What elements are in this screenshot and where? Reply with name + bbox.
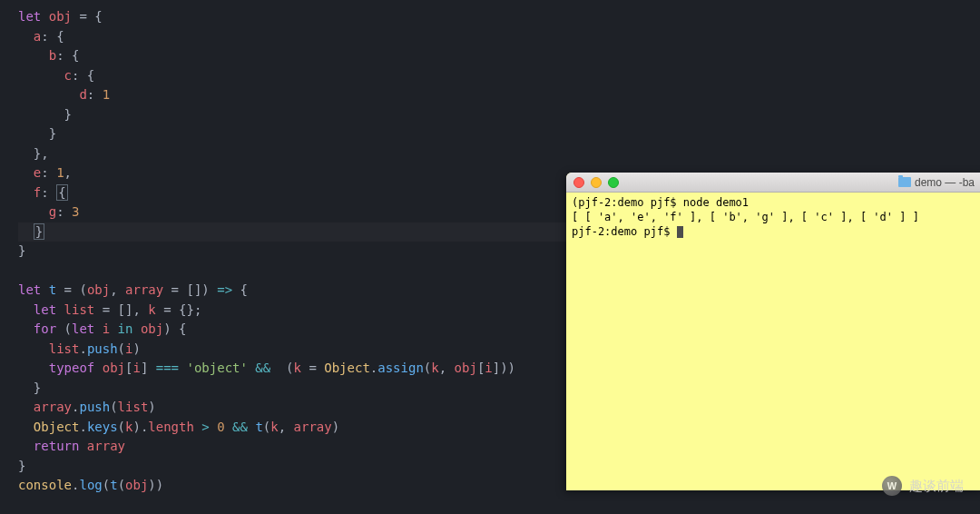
code-token: keys	[87, 420, 118, 434]
code-token: : {	[56, 48, 79, 63]
terminal-titlebar[interactable]: demo — -ba	[566, 173, 980, 193]
wechat-icon: W	[882, 476, 902, 496]
terminal-title: demo — -ba	[898, 176, 975, 189]
terminal-window[interactable]: demo — -ba (pjf-2:demo pjf$ node demo1[ …	[566, 173, 980, 490]
code-token: i	[103, 321, 110, 336]
close-icon[interactable]	[573, 177, 584, 188]
code-token: :	[41, 185, 56, 200]
code-token: ,	[64, 165, 72, 180]
code-token: length	[148, 420, 194, 434]
code-token: }	[34, 223, 44, 240]
code-token	[110, 321, 117, 336]
code-token: ,	[439, 361, 455, 375]
code-token: ]))	[493, 361, 515, 375]
code-token: c	[18, 68, 72, 83]
watermark: W 趣谈前端	[882, 476, 964, 496]
code-token: in	[118, 321, 133, 336]
code-token: obj	[49, 9, 72, 24]
code-token: assign	[377, 361, 424, 375]
code-token: push	[79, 400, 110, 414]
minimize-icon[interactable]	[591, 177, 602, 188]
code-token: list	[118, 400, 149, 414]
code-token: 'object'	[186, 361, 247, 375]
code-token: :	[87, 87, 103, 102]
code-token: ))	[148, 478, 163, 492]
code-line[interactable]: d: 1	[18, 85, 980, 105]
code-token: : {	[72, 68, 94, 83]
code-token: =	[301, 361, 324, 375]
code-token: ) {	[163, 321, 186, 336]
code-token: (	[103, 478, 110, 492]
maximize-icon[interactable]	[608, 177, 619, 188]
code-token: = {	[72, 9, 103, 24]
code-token: ]	[141, 361, 156, 375]
code-token: =>	[217, 282, 232, 297]
code-token: 3	[72, 204, 79, 219]
code-token: f	[18, 185, 41, 200]
code-token: }	[18, 459, 25, 473]
code-token: = [],	[94, 302, 148, 317]
code-token: console	[18, 478, 72, 492]
code-line[interactable]: }	[18, 124, 980, 144]
code-token: 0	[217, 420, 224, 434]
terminal-line: pjf-2:demo pjf$	[572, 224, 978, 239]
code-token: b	[18, 48, 56, 63]
terminal-body[interactable]: (pjf-2:demo pjf$ node demo1[ [ 'a', 'e',…	[566, 193, 980, 242]
code-token: array	[18, 400, 72, 414]
code-token: {	[232, 282, 248, 297]
code-line[interactable]: c: {	[18, 66, 980, 86]
code-token: }	[18, 243, 25, 258]
code-token: .	[370, 361, 377, 375]
code-token: 1	[103, 87, 110, 102]
code-token: typeof	[18, 361, 103, 375]
code-token: k	[431, 361, 438, 375]
code-token: k	[270, 420, 278, 434]
code-token	[210, 420, 217, 434]
code-token: )	[148, 400, 155, 414]
code-token: let	[18, 282, 49, 297]
code-token: (	[118, 341, 125, 356]
code-token: .	[79, 341, 86, 356]
code-line[interactable]: b: {	[18, 46, 980, 66]
code-token: )	[132, 341, 140, 356]
code-line[interactable]: }	[18, 105, 980, 125]
terminal-title-text: demo — -ba	[915, 176, 975, 189]
code-token: :	[41, 165, 56, 180]
code-token: :	[56, 204, 72, 219]
code-token: (	[263, 420, 270, 434]
code-token: e	[18, 165, 41, 180]
code-line[interactable]: a: {	[18, 27, 980, 47]
code-token: : {	[41, 29, 64, 44]
code-token: Object	[18, 420, 79, 434]
code-token: t	[110, 478, 117, 492]
window-controls	[573, 177, 619, 188]
code-token: k	[148, 302, 155, 317]
code-line[interactable]: let obj = {	[18, 7, 980, 27]
code-token: g	[18, 204, 56, 219]
terminal-line: (pjf-2:demo pjf$ node demo1	[572, 195, 978, 210]
code-line[interactable]: },	[18, 144, 980, 164]
code-token: = {};	[156, 302, 202, 317]
code-token: t	[49, 282, 56, 297]
code-token: array	[87, 439, 125, 453]
code-token: >	[201, 420, 209, 434]
code-token: obj	[125, 478, 148, 492]
code-token: obj	[141, 321, 163, 336]
code-token: i	[132, 361, 140, 375]
code-token: = (	[56, 282, 87, 297]
code-token: obj	[455, 361, 477, 375]
code-token: list	[64, 302, 95, 317]
code-token: array	[294, 420, 332, 434]
code-token: &&	[232, 420, 248, 434]
code-token: (	[270, 361, 293, 375]
code-token: 1	[56, 165, 64, 180]
code-token: (	[64, 321, 72, 336]
code-token: t	[255, 420, 262, 434]
code-token: a	[18, 29, 41, 44]
code-token: }	[18, 126, 56, 141]
code-token: )	[332, 420, 339, 434]
code-token: push	[87, 341, 118, 356]
code-token: k	[294, 361, 301, 375]
terminal-line: [ [ 'a', 'e', 'f' ], [ 'b', 'g' ], [ 'c'…	[572, 210, 978, 224]
code-token: ,	[110, 282, 125, 297]
